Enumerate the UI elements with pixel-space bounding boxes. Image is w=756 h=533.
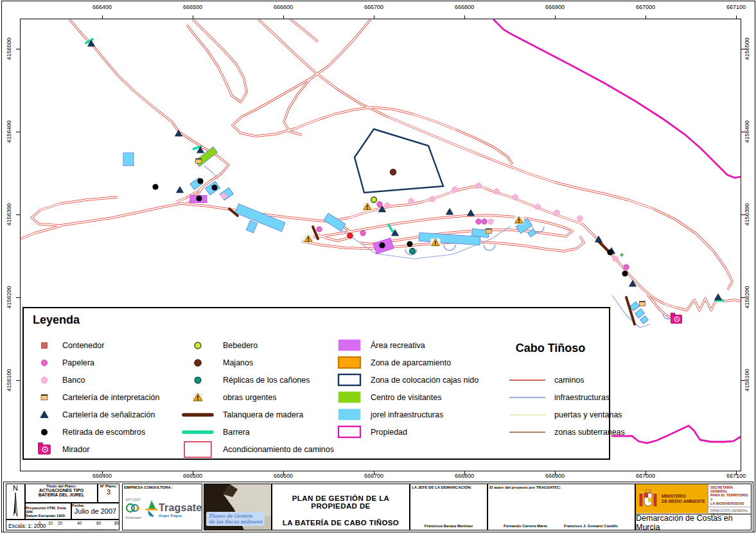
zone-swatch-icon — [336, 424, 364, 441]
bebedero-icon — [179, 337, 216, 354]
x-coordinate-label-top: 666400 — [86, 4, 118, 10]
talanquera_s-icon — [179, 406, 216, 423]
autor-box: El autor del proyecto por TRAGSATEC: Fer… — [488, 484, 635, 530]
scale-bar: 01020406080M — [40, 521, 118, 530]
legend-item: Réplicas de los cañones — [179, 371, 334, 389]
legend-item-label: Retirada de escombros — [62, 428, 145, 437]
proyeccion-line2: Datum European 1950 — [26, 514, 71, 518]
zone-swatch-icon — [336, 406, 364, 423]
legend-item: Zona de colocación cajas nido — [336, 371, 479, 389]
tragsatec-name: Tragsatec — [159, 502, 202, 514]
line-sample-icon — [507, 389, 548, 406]
axis-tick — [741, 49, 745, 49]
proyeccion-box: Proyección UTM, Zona 30N Datum European … — [25, 503, 71, 520]
legend-item-label: Contenedor — [62, 341, 104, 350]
legend-item-label: Mirador — [62, 445, 89, 454]
main-title-line2: LA BATERÍA DE CABO TIÑOSO — [272, 519, 409, 527]
anniversary-logo-icon — [125, 502, 141, 514]
photo-caption: Planes de Gestión de las fincas militare… — [206, 512, 265, 526]
legend-column-1: ContenedorPapeleraBancoCartelería de int… — [33, 336, 159, 458]
legend-item: Retirada de escombros — [33, 423, 159, 441]
scale-tick-label: 60 — [96, 521, 101, 525]
axis-tick — [283, 471, 284, 475]
axis-tick — [16, 380, 20, 381]
acond-icon — [179, 441, 216, 458]
y-coordinate-label-left: 4156100 — [6, 364, 12, 396]
cabo-tinoso-heading: Cabo Tiñoso — [486, 342, 615, 355]
scale-tick-label: 10 — [48, 521, 53, 525]
scale-tick-label: 20 — [58, 521, 62, 525]
legend-item: Mirador — [33, 441, 159, 458]
axis-tick — [193, 15, 193, 19]
barrera_s-icon — [179, 424, 216, 441]
axis-tick — [16, 297, 20, 298]
ministerio-line1: MINISTERIO — [662, 494, 705, 499]
line-sample-icon — [507, 424, 548, 441]
legend-box: Leyenda ContenedorPapeleraBancoCartelerí… — [22, 307, 610, 460]
caminos-layer — [21, 19, 741, 319]
legend-column-3: Área recreativaZona de aparcamientoZona … — [336, 336, 479, 441]
obras-icon — [179, 389, 216, 406]
legend-item-label: obras urgentes — [223, 393, 276, 402]
scale-bar-graphic — [40, 529, 118, 530]
cart_senal-icon — [33, 406, 56, 423]
mirador-icon — [33, 441, 56, 458]
title-block: N Título del Plano: ACTUACIONES TIPO BAT… — [3, 482, 753, 532]
jefe-label: LA JEFE DE LA DEMARCACIÓN: — [412, 485, 471, 489]
legend-item-label: Zona de aparcamiento — [371, 358, 451, 367]
legend-item-label: Acondicionamiento de caminos — [223, 445, 334, 454]
legend-item-label: Réplicas de los cañones — [223, 376, 310, 385]
legend-item: Papelera — [33, 354, 159, 371]
map-symbols-layer — [86, 39, 723, 324]
scale-tick-label: 80 — [114, 521, 119, 525]
legend-item-label: Papelera — [62, 358, 94, 367]
legend-item: Área recreativa — [336, 336, 479, 354]
contenedor-icon — [33, 337, 56, 354]
legend-item: Zona de aparcamiento — [336, 354, 479, 371]
axis-tick — [555, 15, 556, 19]
zone-swatch-icon — [336, 337, 364, 354]
y-coordinate-label-left: 4156300 — [6, 198, 12, 231]
ministry-banner: MINISTERIO DE MEDIO AMBIENTE — [636, 484, 708, 513]
legend-item-label: Talanquera de madera — [223, 410, 303, 419]
main-title-box: PLAN DE GESTIÓN DE LA PROPIEDAD DE LA BA… — [272, 484, 410, 530]
secretaria-block: SECRETARÍA GENERAL PARA EL TERRITORIO Y … — [708, 484, 752, 513]
axis-tick — [646, 471, 646, 475]
tragsatec-logo — [145, 500, 159, 521]
autor-signature-1: Fernando Carrera Marte — [493, 524, 558, 528]
legend-item-label: Banco — [62, 376, 85, 385]
escala-box: Escala: 1: 2000 01020406080M — [6, 520, 119, 530]
y-coordinate-label-left: 4156400 — [6, 116, 12, 148]
y-coordinate-label-left: 4156200 — [6, 281, 12, 313]
axis-tick — [741, 380, 745, 381]
legend-item: puertas y ventanas — [507, 406, 625, 423]
legend-item-label: jorel infraestructuras — [371, 410, 443, 419]
legend-item-label: Cartelería de interpretación — [62, 393, 159, 402]
jefe-box: LA JEFE DE LA DEMARCACIÓN: Francisca Bar… — [410, 484, 488, 530]
axis-tick — [16, 132, 20, 132]
titulo-line2: BATERÍA DEL JOREL — [26, 493, 97, 497]
axis-tick — [16, 49, 20, 49]
axis-tick — [193, 471, 193, 475]
titulo-line1: ACTUACIONES TIPO — [26, 488, 97, 493]
replicas-icon — [179, 372, 216, 389]
line-sample-icon — [507, 406, 548, 423]
legend-item-label: caminos — [554, 376, 585, 385]
legend-item: Talanquera de madera — [179, 406, 334, 423]
legend-item-label: Centro de visitantes — [371, 393, 441, 402]
x-coordinate-label-top: 666500 — [177, 4, 209, 10]
y-coordinate-label-left: 4156500 — [6, 33, 12, 65]
x-coordinate-label-top: 666900 — [539, 4, 571, 10]
axis-tick — [102, 471, 103, 475]
legend-item: infraestructuras — [507, 389, 625, 406]
x-coordinate-label-top: 667100 — [720, 4, 752, 10]
line-sample-icon — [507, 372, 548, 389]
scale-tick-label: 0 — [39, 521, 41, 525]
legend-item-label: infraestructuras — [554, 393, 610, 402]
zone-swatch-icon — [336, 389, 364, 406]
legend-item: Cartelería de interpretación — [33, 389, 159, 406]
num-plano-value: 3 — [98, 488, 119, 496]
empresa-label: EMPRESA CONSULTORA: — [124, 485, 172, 489]
axis-tick — [283, 15, 284, 19]
demarcacion-label: Demarcación de Costas en Murcia — [636, 514, 751, 530]
